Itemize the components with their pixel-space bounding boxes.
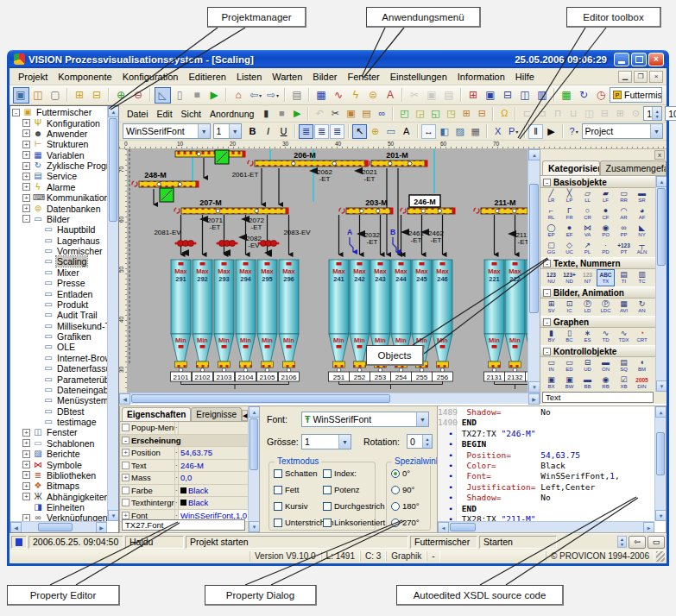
justify-left-icon[interactable]: ≣	[299, 124, 313, 139]
tool-tc[interactable]: ▥TC	[633, 269, 651, 286]
font-size-select[interactable]: 1▼	[213, 123, 242, 139]
expand-icon[interactable]: +	[22, 439, 30, 447]
tool-sq[interactable]: ▤SQ	[615, 357, 633, 374]
tool-tdx[interactable]: ∿TDX	[615, 328, 633, 345]
tree-item-futtermischer[interactable]: -▣Futtermischer	[10, 107, 107, 117]
expand-icon[interactable]: +	[22, 450, 30, 458]
menu-hilfe[interactable]: Hilfe	[510, 70, 540, 84]
tool-ud[interactable]: ⊟UD	[578, 357, 597, 374]
scroll-up-icon[interactable]: ▲	[108, 106, 119, 117]
tile-vertical-icon[interactable]: ◫	[517, 87, 534, 104]
tree-item-symbole[interactable]: +⋈Symbole	[10, 459, 107, 469]
tool-on[interactable]: ▬ON	[597, 357, 615, 374]
process-canvas[interactable]: Max291Min2101Max292Min2102Max293Min2103M…	[128, 149, 528, 393]
mode-select[interactable]: Project▼	[582, 123, 663, 139]
tree-item-bitmaps[interactable]: +❖Bitmaps	[10, 481, 107, 491]
radio-90[interactable]: 90°	[391, 481, 420, 498]
tab-ereignisse[interactable]: Ereignisse	[191, 407, 242, 421]
tool-ed[interactable]: ▭ED	[560, 357, 578, 374]
navigate-back-icon[interactable]: ⇦▾	[248, 87, 264, 104]
text-tool-icon[interactable]: A	[399, 124, 414, 139]
property-value[interactable]	[179, 422, 250, 434]
status-spinner[interactable]: ▲▼	[617, 536, 627, 548]
tree-item-anwender[interactable]: +☻Anwender	[10, 129, 107, 139]
section-kontrollobjekte[interactable]: -Kontrollobjekte	[540, 345, 655, 357]
tool-ef[interactable]: ●EF	[560, 223, 578, 240]
cascade-windows-icon[interactable]: ▣	[483, 87, 499, 104]
group-icon[interactable]: ⊞	[459, 106, 474, 121]
tool-ti[interactable]: ▤TI	[615, 269, 633, 286]
tab-zusammengefasst[interactable]: Zusammengefas	[600, 160, 667, 175]
tool-lp[interactable]: ╳LP	[560, 188, 578, 205]
tree-item-datenerfassur[interactable]: ▭Datenerfassur	[10, 363, 107, 374]
underline-icon[interactable]: U	[276, 124, 291, 139]
scroll-down-icon[interactable]: ▼	[655, 510, 667, 521]
scroll-down-icon[interactable]: ▼	[108, 510, 119, 521]
tool-cr[interactable]: ○CR	[578, 205, 597, 223]
checkbox-potenz[interactable]: Potenz	[323, 481, 385, 498]
tool-bb[interactable]: ▬BB	[578, 374, 597, 392]
tool-bv[interactable]: ▮BV	[542, 328, 560, 345]
expand-icon[interactable]: +	[22, 482, 30, 490]
collapse-icon[interactable]: -	[543, 289, 551, 297]
tree-item-men-systeme[interactable]: ▭Menüsysteme	[10, 395, 107, 405]
tool-po[interactable]: ◉PO	[597, 223, 615, 240]
clock-icon[interactable]: ◷	[593, 87, 610, 104]
mdi-restore-button[interactable]: ❒	[634, 71, 648, 83]
checkbox-icon[interactable]	[274, 486, 282, 494]
tree-item-service[interactable]: +▤Service	[10, 171, 107, 181]
image-tool-icon[interactable]: ▨	[452, 124, 467, 139]
status-back-button[interactable]: ⇦	[629, 536, 646, 549]
mirror-x-icon[interactable]: X	[490, 124, 505, 139]
property-row-farbe[interactable]: Farbe▪Black▼	[120, 485, 259, 498]
collapse-icon[interactable]: -	[12, 109, 20, 116]
monitor-icon[interactable]: ▢	[47, 87, 64, 104]
run-icon[interactable]: ▶	[206, 87, 223, 104]
tree-item-internet-brows[interactable]: ▭Internet-Brows	[10, 353, 107, 363]
expand-icon[interactable]: +	[22, 119, 30, 127]
tree-item-dateneingabe[interactable]: ▭Dateneingabe	[10, 385, 107, 395]
tool-pd[interactable]: ·PD	[597, 240, 615, 257]
radio-icon[interactable]	[391, 502, 400, 511]
tool-ny[interactable]: ◣NY	[633, 223, 651, 240]
section-bilder-animation[interactable]: -Bilder, Animation	[540, 286, 655, 299]
resize-grip[interactable]	[656, 551, 665, 562]
tree-item-presse[interactable]: ▭Presse	[10, 278, 107, 288]
tool-fr[interactable]: ΓFR	[560, 205, 578, 223]
scroll-right-icon[interactable]: ▶	[643, 522, 654, 533]
checkbox-icon[interactable]	[274, 502, 282, 511]
tool-ld[interactable]: ⓅLD	[578, 299, 597, 316]
step-icon[interactable]: ▶	[544, 124, 559, 139]
expand-icon[interactable]: +	[22, 162, 30, 170]
move-tool-icon[interactable]: ↔	[421, 124, 436, 139]
font-editor-icon[interactable]: A	[382, 87, 399, 104]
tool-pp[interactable]: ∞PP	[615, 223, 633, 240]
tool-din[interactable]: 2005DIN	[633, 374, 651, 392]
tree-item-entladen[interactable]: ▭Entladen	[10, 288, 107, 299]
mdi-close-button[interactable]: ×	[649, 71, 663, 83]
scroll-down-icon[interactable]: ▼	[528, 381, 540, 393]
tree-item-ole[interactable]: ▭OLE	[10, 342, 107, 352]
property-row-position[interactable]: +Position▪54,63.75▲▼	[120, 447, 259, 460]
radio-0[interactable]: 0°	[391, 465, 420, 481]
fill-color-icon[interactable]: ▮	[259, 106, 274, 121]
tool-avi[interactable]: ▦AVI	[615, 299, 633, 316]
expand-icon[interactable]: +	[22, 183, 30, 191]
property-row-text[interactable]: Text▪246-M	[120, 460, 259, 473]
new-document-icon[interactable]: ▯	[172, 87, 188, 104]
toolbox-scrollbar[interactable]: ▲ ▼	[655, 176, 667, 392]
tree-item-alarme[interactable]: +ϟAlarme	[10, 182, 107, 192]
editor-menu-datei[interactable]: Datei	[123, 107, 153, 121]
menu-projekt[interactable]: Projekt	[13, 70, 53, 84]
export-picture-icon[interactable]: ⊖	[130, 87, 147, 104]
insert-object-icon[interactable]: ⊕	[368, 124, 382, 139]
tree-item-millisekund-te[interactable]: ▭Millisekund-Te	[10, 321, 107, 331]
tree-item-fenster[interactable]: +◫Fenster	[10, 427, 107, 437]
section-texte-nummern[interactable]: -Texte, Nummern	[540, 257, 655, 269]
checkbox-icon[interactable]	[323, 486, 332, 494]
expand-icon[interactable]: +	[22, 204, 30, 212]
folder-remove-icon[interactable]: ⊟	[89, 87, 105, 104]
italic-icon[interactable]: I	[261, 124, 275, 139]
section-graphen[interactable]: -Graphen	[540, 316, 655, 328]
menu-komponente[interactable]: Komponente	[53, 70, 117, 84]
